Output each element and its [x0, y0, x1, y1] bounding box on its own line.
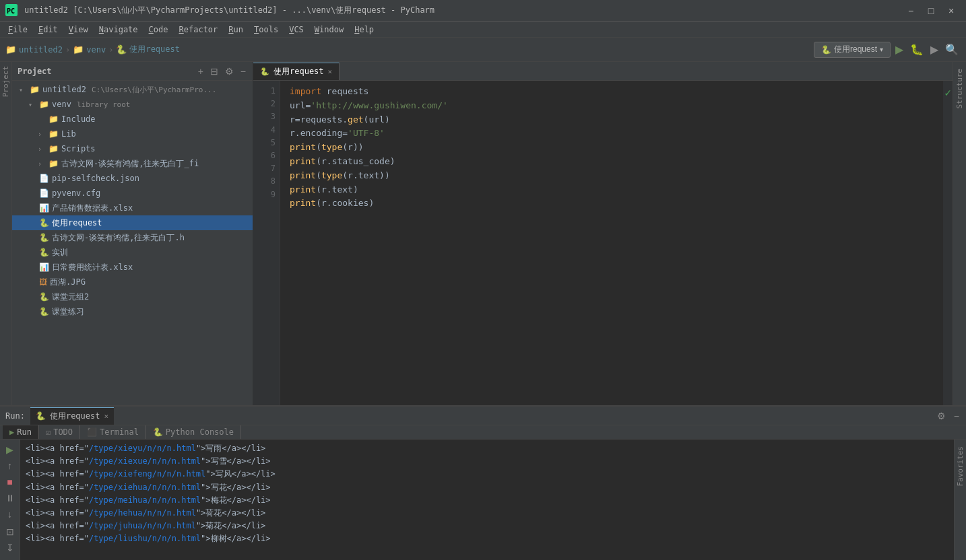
tree-shiyong[interactable]: 🐍 使用request	[12, 215, 253, 230]
menu-vcs[interactable]: VCS	[284, 22, 309, 38]
tree-lib[interactable]: › 📁 Lib	[12, 127, 253, 141]
editor-area: 🐍 使用request × 1 2 3 4 5 6 7 8 9 import r	[253, 62, 953, 405]
root-folder-icon: 📁	[30, 85, 40, 94]
svg-text:PC: PC	[7, 7, 15, 15]
shixun-icon: 🐍	[39, 248, 49, 257]
layout-button[interactable]: ↓	[2, 507, 18, 522]
menubar: File Edit View Navigate Code Refactor Ru…	[0, 22, 966, 38]
python-console-icon: 🐍	[153, 427, 163, 437]
editor-tab-shiyong[interactable]: 🐍 使用request ×	[253, 63, 340, 80]
menu-view[interactable]: View	[63, 22, 94, 38]
include-folder-icon: 📁	[49, 114, 59, 124]
favorites-tab[interactable]: Favorites	[955, 442, 966, 491]
close-button[interactable]: ×	[942, 3, 961, 18]
menu-navigate[interactable]: Navigate	[94, 22, 143, 38]
tree-scripts[interactable]: › 📁 Scripts	[12, 141, 253, 156]
stop-button[interactable]: ■	[2, 475, 18, 489]
project-side-tab[interactable]: Project	[0, 62, 11, 101]
menu-code[interactable]: Code	[143, 22, 174, 38]
maximize-button[interactable]: □	[922, 3, 940, 18]
tree-ketang2[interactable]: 🐍 课堂练习	[12, 304, 253, 319]
root-name: untitled2	[42, 85, 86, 94]
collapse-all-button[interactable]: ⊟	[209, 65, 220, 78]
close-panel-button[interactable]: −	[239, 65, 247, 78]
print-button[interactable]: 🖨	[2, 557, 18, 560]
tree-include[interactable]: 📁 Include	[12, 112, 253, 127]
line-num-3: 3	[253, 110, 276, 123]
venv-folder-icon: 📁	[73, 44, 84, 55]
menu-help[interactable]: Help	[349, 22, 379, 38]
tree-gushiwen-py[interactable]: 🐍 古诗文网-谈笑有鸿儒,往来无白丁.h	[12, 230, 253, 245]
menu-file[interactable]: File	[3, 22, 33, 38]
output-line-1: <li><a href="/type/xieyu/n/n/n.html">写雨<…	[26, 442, 948, 455]
project-panel: Project + ⊟ ⚙ − ▾ 📁 untitled2 C:\Users\仙…	[12, 62, 253, 405]
pyvenv-cfg-icon: 📄	[39, 188, 49, 198]
dropdown-icon: ▾	[880, 46, 883, 53]
tree-gushiwen-folder[interactable]: › 📁 古诗文网-谈笑有鸿儒,往来无白丁_fi	[12, 156, 253, 171]
file-icon-toolbar: 🐍	[116, 44, 127, 55]
tab-close-button[interactable]: ×	[328, 67, 333, 76]
run-settings-button[interactable]: ⚙	[936, 409, 947, 423]
output-line-3: <li><a href="/type/xiefeng/n/n/n.html">写…	[26, 468, 948, 481]
run-again-button[interactable]: ▶	[2, 442, 18, 457]
menu-edit[interactable]: Edit	[33, 22, 63, 38]
bottom-tab-python-console[interactable]: 🐍 Python Console	[146, 425, 241, 439]
bottom-tab-python-console-label: Python Console	[166, 427, 234, 437]
output-line-4: <li><a href="/type/xiehua/n/n/n.html">写花…	[26, 481, 948, 494]
tree-xlsx1[interactable]: 📊 产品销售数据表.xlsx	[12, 201, 253, 215]
bottom-tab-run[interactable]: ▶ Run	[3, 425, 39, 439]
run-config-button[interactable]: 🐍 使用request ▾	[814, 42, 891, 58]
tree-pip[interactable]: 📄 pip-selfcheck.json	[12, 171, 253, 186]
output-line-5: <li><a href="/type/meihua/n/n/n.html">梅花…	[26, 494, 948, 507]
search-everywhere-button[interactable]: 🔍	[943, 41, 961, 58]
run-tab-close[interactable]: ×	[104, 412, 108, 421]
menu-tools[interactable]: Tools	[249, 22, 284, 38]
add-content-button[interactable]: +	[197, 65, 205, 78]
bottom-tab-terminal[interactable]: ⬛ Terminal	[80, 425, 146, 439]
tree-venv[interactable]: ▾ 📁 venv library root	[12, 97, 253, 112]
run-button[interactable]: ▶	[893, 41, 905, 58]
rerun-button[interactable]: ↑	[2, 458, 18, 473]
breadcrumb: 📁 untitled2 › 📁 venv › 🐍 使用request	[5, 44, 811, 55]
breadcrumb-venv[interactable]: venv	[86, 45, 106, 55]
line-num-2: 2	[253, 98, 276, 110]
menu-run[interactable]: Run	[223, 22, 249, 38]
jpg-name: 西湖.JPG	[50, 277, 86, 288]
tree-ketang1[interactable]: 🐍 课堂元组2	[12, 289, 253, 304]
tab-file-icon: 🐍	[260, 67, 269, 76]
run-output: <li><a href="/type/xieyu/n/n/n.html">写雨<…	[20, 440, 954, 560]
tree-xlsx2[interactable]: 📊 日常费用统计表.xlsx	[12, 260, 253, 275]
tree-shixun[interactable]: 🐍 实训	[12, 245, 253, 260]
code-content[interactable]: import requests url='http://www.gushiwen…	[280, 81, 943, 405]
project-panel-title: Project	[18, 67, 193, 76]
breadcrumb-root[interactable]: untitled2	[19, 45, 63, 55]
structure-side-tab[interactable]: Structure	[954, 65, 965, 113]
run-label: Run:	[5, 411, 25, 421]
minimize-button[interactable]: −	[901, 3, 920, 18]
run-config-icon: 🐍	[821, 45, 831, 55]
run-icon: ▶	[9, 427, 14, 437]
tree-root[interactable]: ▾ 📁 untitled2 C:\Users\仙小平\PycharmPro...	[12, 82, 253, 97]
scroll-down-button[interactable]: ↧	[2, 540, 18, 555]
scroll-up-button[interactable]: ⊡	[2, 524, 18, 539]
breadcrumb-file[interactable]: 使用request	[129, 44, 180, 55]
ketang2-icon: 🐍	[39, 307, 49, 316]
debug-button[interactable]: 🐛	[908, 41, 926, 58]
venv-label: library root	[77, 100, 130, 109]
coverage-button[interactable]: ▶	[928, 41, 940, 58]
expand-venv-icon: ▾	[28, 101, 38, 108]
menu-window[interactable]: Window	[309, 22, 349, 38]
xlsx2-icon: 📊	[39, 262, 49, 272]
settings-button[interactable]: ⚙	[224, 65, 235, 78]
pycharm-icon: PC	[5, 4, 18, 16]
run-minimize-button[interactable]: −	[953, 409, 961, 423]
run-tab[interactable]: 🐍 使用request ×	[30, 407, 114, 425]
xlsx1-icon: 📊	[39, 203, 49, 213]
menu-refactor[interactable]: Refactor	[174, 22, 224, 38]
bottom-tab-todo[interactable]: ☑ TODO	[39, 425, 80, 439]
line-num-5: 5	[253, 137, 276, 149]
project-tree: ▾ 📁 untitled2 C:\Users\仙小平\PycharmPro...…	[12, 81, 253, 405]
pause-button[interactable]: ⏸	[2, 491, 18, 505]
tree-pyvenv[interactable]: 📄 pyvenv.cfg	[12, 186, 253, 201]
tree-jpg[interactable]: 🖼 西湖.JPG	[12, 275, 253, 289]
